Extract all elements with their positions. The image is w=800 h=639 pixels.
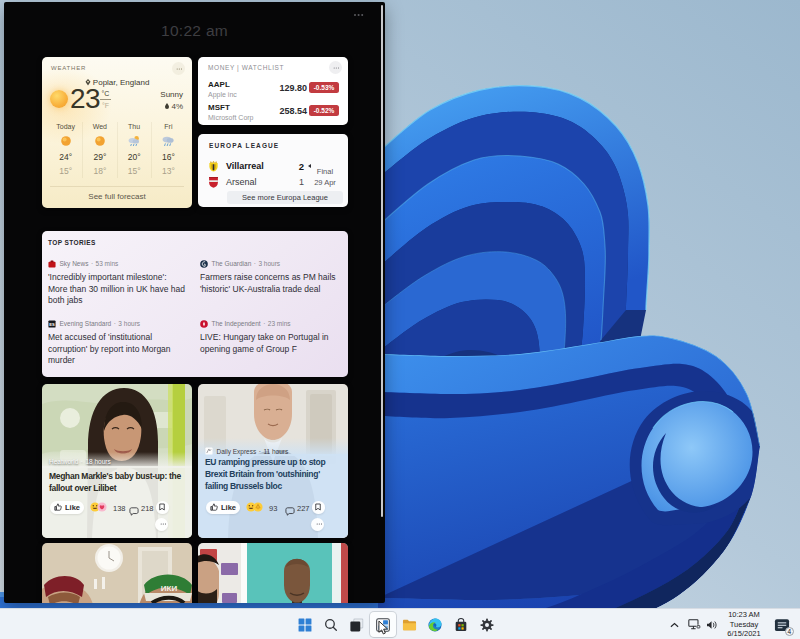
separator-text: · bbox=[254, 260, 256, 267]
comment-icon-wrap bbox=[285, 502, 295, 520]
notification-badge: 4 bbox=[785, 627, 795, 637]
search-button[interactable] bbox=[318, 612, 344, 637]
task-view-icon bbox=[350, 618, 364, 632]
bookmark-button[interactable] bbox=[312, 501, 325, 514]
notification-button[interactable]: 4 bbox=[774, 617, 790, 633]
story-item[interactable]: The Guardian · 3 hours Farmers raise con… bbox=[200, 259, 340, 295]
stock-row[interactable]: AAPL Apple inc 129.80 -0.53% bbox=[208, 80, 339, 97]
stock-row[interactable]: MSFT Microsoft Corp 258.54 -0.52% bbox=[208, 103, 339, 120]
like-button[interactable]: Like bbox=[50, 501, 84, 514]
news-source: Daily Express · 11 hours bbox=[205, 447, 288, 455]
thinking-emoji-icon bbox=[253, 502, 263, 512]
match-date-text: 29 Apr bbox=[312, 177, 338, 188]
comment-icon bbox=[129, 507, 139, 516]
bookmark-button[interactable] bbox=[156, 501, 169, 514]
story-item[interactable]: The Independent · 23 mins LIVE: Hungary … bbox=[200, 319, 340, 355]
news-card-meghan[interactable]: Heatworld · 18 hours Meghan Markle's bab… bbox=[42, 384, 192, 538]
news-headline[interactable]: Meghan Markle's baby bust-up: the fallou… bbox=[49, 471, 183, 495]
task-view-button[interactable] bbox=[344, 612, 370, 637]
daily-express-icon bbox=[205, 447, 213, 455]
svg-text:ES: ES bbox=[49, 321, 55, 326]
story-time: 3 hours bbox=[118, 320, 140, 327]
news-card-partial-right[interactable] bbox=[198, 543, 348, 603]
forecast-low: 15° bbox=[118, 166, 151, 176]
money-menu-button[interactable] bbox=[329, 61, 342, 74]
like-button[interactable]: Like bbox=[206, 501, 240, 514]
arsenal-crest-icon bbox=[208, 176, 219, 188]
network-button[interactable] bbox=[688, 619, 701, 630]
tray-time: 10:23 AM bbox=[726, 610, 762, 619]
story-meta: The Guardian · 3 hours bbox=[200, 259, 340, 268]
story-item[interactable]: Sky News · 53 mins 'Incredibly important… bbox=[48, 259, 188, 307]
card-more-button[interactable] bbox=[155, 518, 169, 532]
money-widget[interactable]: MONEY | WATCHLIST AAPL Apple inc 129.80 … bbox=[198, 57, 348, 125]
source-icon bbox=[200, 320, 208, 328]
source-icon: ES bbox=[48, 320, 56, 328]
story-headline[interactable]: 'Incredibly important milestone': More t… bbox=[48, 272, 188, 307]
stock-price: 258.54 bbox=[279, 106, 307, 116]
ellipsis-icon bbox=[316, 524, 321, 525]
news-card-brexit[interactable]: Daily Express · 11 hours EU ramping pres… bbox=[198, 384, 348, 538]
story-headline[interactable]: Met accused of 'institutional corruption… bbox=[48, 332, 188, 367]
weather-widget[interactable]: WEATHER Poplar, England 23 °C °F Sunny 4… bbox=[42, 57, 192, 208]
ellipsis-icon bbox=[160, 524, 165, 525]
taskbar-center-icons bbox=[292, 611, 500, 638]
comment-icon bbox=[285, 507, 295, 516]
news-card-partial-left[interactable]: ИКИ bbox=[42, 543, 192, 603]
match-status-text: Final bbox=[312, 166, 338, 177]
desktop: 10:22 am WEATHER Poplar, England 23 °C °… bbox=[0, 0, 800, 639]
sunny-icon bbox=[60, 135, 72, 147]
sky-news-icon bbox=[48, 260, 56, 268]
ellipsis-icon bbox=[354, 14, 366, 16]
story-time: 53 mins bbox=[96, 260, 119, 267]
separator-text: · bbox=[114, 320, 116, 327]
villarreal-crest-icon bbox=[208, 160, 219, 172]
taskbar-clock[interactable]: 10:23 AM Tuesday 6/15/2021 bbox=[726, 610, 762, 638]
weather-menu-button[interactable] bbox=[172, 62, 185, 75]
story-meta: Sky News · 53 mins bbox=[48, 259, 188, 268]
story-headline[interactable]: Farmers raise concerns as PM hails 'hist… bbox=[200, 272, 340, 295]
forecast-day-label: Fri bbox=[152, 123, 185, 130]
change-badge: -0.53% bbox=[309, 82, 339, 93]
tray-day: Tuesday bbox=[726, 620, 762, 629]
forecast-row: Today 24° 15° Wed 29° 18° Thu bbox=[49, 122, 185, 178]
sports-widget[interactable]: EUROPA LEAGUE Villarreal 2 Arsenal bbox=[198, 134, 348, 207]
file-explorer-button[interactable] bbox=[396, 612, 422, 637]
story-headline[interactable]: LIVE: Hungary take on Portugal in openin… bbox=[200, 332, 340, 355]
fahrenheit-label[interactable]: °F bbox=[100, 100, 111, 109]
volume-button[interactable] bbox=[706, 620, 718, 630]
speaker-icon bbox=[706, 620, 718, 630]
bookmark-icon bbox=[159, 503, 165, 511]
card-more-button[interactable] bbox=[311, 518, 325, 532]
forecast-day-label: Thu bbox=[118, 123, 151, 130]
story-time: 3 hours bbox=[258, 260, 280, 267]
forecast-low: 18° bbox=[83, 166, 116, 176]
news-headline[interactable]: EU ramping pressure up to stop Brexit Br… bbox=[205, 457, 339, 493]
forecast-icon bbox=[152, 134, 185, 148]
tray-overflow-button[interactable] bbox=[670, 622, 679, 628]
store-button[interactable] bbox=[448, 612, 474, 637]
evening-standard-icon: ES bbox=[48, 320, 56, 328]
panel-scrollbar[interactable] bbox=[381, 5, 384, 517]
settings-button[interactable] bbox=[474, 612, 500, 637]
see-full-forecast-link[interactable]: See full forecast bbox=[42, 192, 192, 201]
folder-icon bbox=[402, 618, 417, 632]
celsius-label[interactable]: °C bbox=[100, 90, 111, 100]
unit-toggle[interactable]: °C °F bbox=[100, 90, 111, 109]
forecast-high: 20° bbox=[118, 152, 151, 162]
condition-text: Sunny bbox=[160, 90, 183, 99]
top-stories-widget[interactable]: TOP STORIES Sky News · 53 mins 'Incredib… bbox=[42, 231, 348, 377]
reaction-bar: Like 93 227 bbox=[198, 501, 348, 514]
reaction-emojis bbox=[246, 502, 263, 512]
story-item[interactable]: ES Evening Standard · 3 hours Met accuse… bbox=[48, 319, 188, 367]
panel-menu-button[interactable] bbox=[354, 14, 366, 20]
see-more-europa-league-button[interactable]: See more Europa League bbox=[227, 191, 343, 204]
separator-text: · bbox=[263, 320, 265, 327]
reaction-count: 93 bbox=[269, 504, 277, 513]
news-time: 18 hours bbox=[85, 458, 110, 465]
ellipsis-icon bbox=[333, 67, 338, 68]
like-label: Like bbox=[65, 503, 80, 512]
forecast-day: Today 24° 15° bbox=[49, 122, 82, 178]
start-button[interactable] bbox=[292, 612, 318, 637]
edge-button[interactable] bbox=[422, 612, 448, 637]
